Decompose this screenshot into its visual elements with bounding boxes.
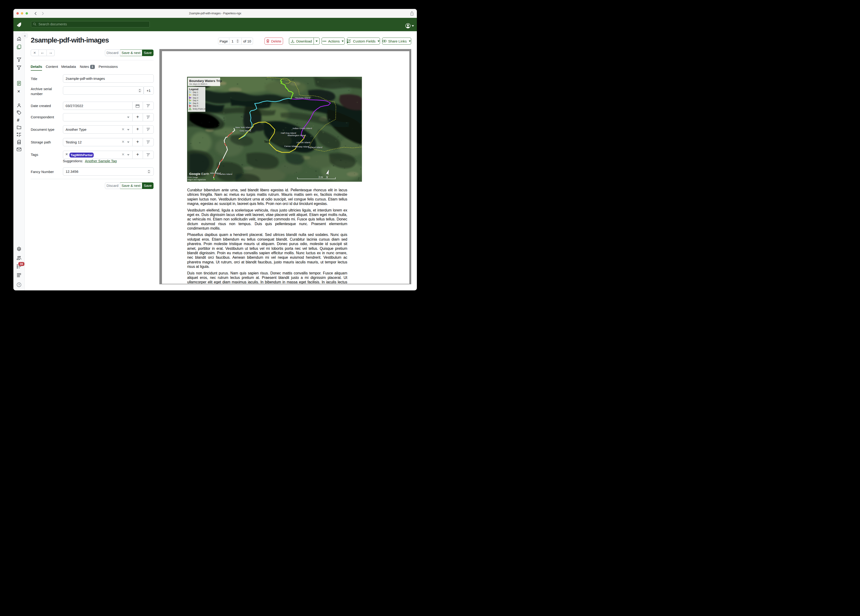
svg-text:Hausons Island: Hausons Island [295,96,310,99]
svg-text:?: ? [18,283,20,286]
svg-text:Google Earth: Google Earth [189,172,209,176]
svg-text:Squirrel Island: Squirrel Island [308,146,322,149]
svg-text:N: N [326,175,328,179]
svg-text:Day 3: Day 3 [193,97,198,99]
svg-text:Boundary Waters Trip: Boundary Waters Trip [189,79,222,83]
svg-text:Indian Grave Island: Indian Grave Island [293,127,312,130]
svg-text:Day 4: Day 4 [193,99,198,102]
svg-text:Text: Text [264,140,270,143]
svg-text:Gary Island: Gary Island [240,129,251,132]
svg-text:Norway Island: Norway Island [295,145,309,148]
svg-text:Entry Point 24: Entry Point 24 [193,108,206,110]
svg-text:Day 2: Day 2 [193,94,198,96]
svg-text:New York Island: New York Island [235,126,251,129]
svg-text:Image © 2017 DigitalGlobe: Image © 2017 DigitalGlobe [188,179,206,181]
svg-text:3 mi: 3 mi [319,176,323,178]
svg-text:Day 1: Day 1 [193,91,198,93]
svg-text:Legend: Legend [189,88,198,91]
svg-text:Lincoln Island: Lincoln Island [297,141,310,144]
svg-text:Day 6: Day 6 [193,105,198,107]
svg-text:© 2017 Google: © 2017 Google [188,176,198,178]
svg-text:Six days in BWCA: Six days in BWCA [189,83,207,85]
svg-text:Charlies Island: Charlies Island [218,173,232,175]
svg-text:Washington Island: Washington Island [287,134,306,137]
svg-text:Day 5: Day 5 [193,102,198,104]
